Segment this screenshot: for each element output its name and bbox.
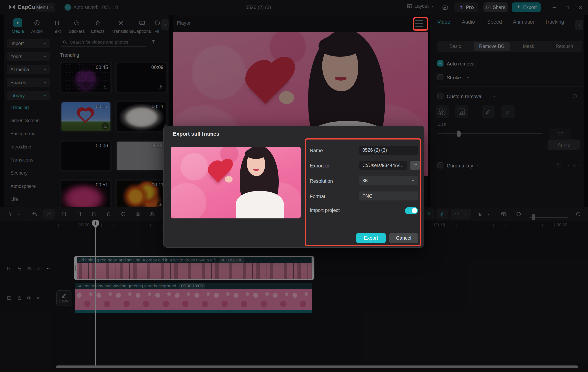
girl-hand bbox=[225, 176, 232, 182]
girl-fringe bbox=[245, 148, 267, 159]
annotation-form-highlight bbox=[304, 138, 421, 246]
girl-dress bbox=[236, 191, 284, 218]
dialog-title: Export still frames bbox=[173, 131, 219, 137]
capcut-window: CapCut Menu Auto saved: 10:31:18 0526 (2… bbox=[0, 0, 588, 372]
dialog-preview-image bbox=[171, 147, 301, 218]
annotation-player-menu-highlight bbox=[413, 17, 428, 30]
preview-scene bbox=[171, 147, 301, 218]
